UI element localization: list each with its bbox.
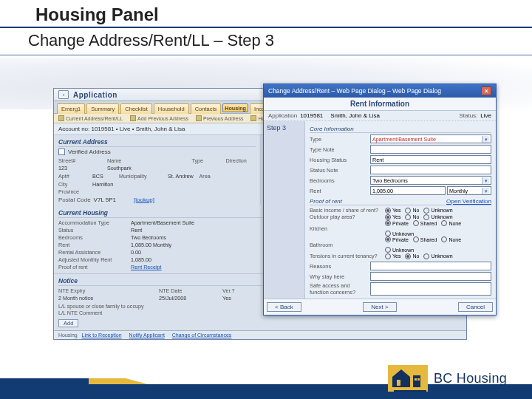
val-postal: V7L 5P1	[94, 197, 116, 203]
radio-option-label: Unknown	[431, 253, 452, 259]
field-rent-freq-select[interactable]: Monthly▾	[447, 186, 491, 195]
house-icon	[388, 365, 428, 392]
rent-information-dialog: Change Address/Rent – Web Page Dialog – …	[263, 83, 497, 316]
toolbar-icon	[58, 115, 64, 121]
field-typenote-input[interactable]	[370, 145, 491, 154]
field-hstat-value: Rent	[370, 155, 491, 164]
ch-label: Rental Assistance	[58, 249, 126, 256]
radio-option-label: Private	[392, 237, 409, 242]
radio-tenancy-yes[interactable]	[385, 253, 391, 259]
ch-label: Rent	[58, 242, 126, 248]
radio-bath-shared[interactable]	[413, 236, 419, 242]
field-statnote-input[interactable]	[370, 166, 491, 174]
meta-app-k: Application	[268, 112, 297, 119]
tab-summary[interactable]: Summary	[86, 103, 119, 114]
postal-lookup-link[interactable]: [lookup]	[134, 197, 154, 203]
field-type-select[interactable]: Apartment/Basement Suite▾	[370, 134, 491, 143]
radio-play-unknown[interactable]	[423, 214, 429, 220]
radio-bath-unknown[interactable]	[385, 247, 391, 253]
notice-r1: 2 Month notice	[58, 295, 154, 301]
link-change-circ[interactable]: Change of Circumstances	[172, 332, 232, 338]
radio-tenancy-unknown[interactable]	[423, 253, 429, 259]
toolbar-item[interactable]: Add Previous Address	[130, 115, 188, 121]
why-input[interactable]	[370, 272, 491, 281]
notice-k2: NTE Date	[159, 287, 218, 294]
field-bed-label: Bedrooms	[310, 177, 367, 184]
label-postal: Postal Code	[58, 197, 91, 203]
close-icon[interactable]: ✕	[481, 86, 491, 95]
dialog-title-text: Change Address/Rent – Web Page Dialog – …	[268, 87, 441, 95]
link-reception[interactable]: Link to Reception	[82, 332, 122, 338]
label-muni: Municipality	[119, 173, 165, 180]
radio-option-label: Shared	[420, 237, 437, 242]
notice-k3: Ver.?	[222, 287, 259, 294]
radio-option-label: Yes	[392, 208, 400, 213]
field-rent-input[interactable]: 1,085.00	[370, 186, 446, 195]
tab-emerg1[interactable]: Emerg1	[57, 103, 85, 114]
label-apt: Apt#	[58, 173, 89, 180]
radio-kitchen-shared[interactable]	[413, 220, 419, 226]
radio-option-label: No	[412, 208, 419, 213]
meta-status-k: Status:	[459, 112, 477, 119]
section-proof: Proof of rent	[310, 198, 342, 205]
ch-label: Accommodation Type	[58, 219, 126, 226]
toolbar-item[interactable]: Current Address/Rent/LL	[58, 115, 123, 121]
add-button[interactable]: Add	[58, 319, 78, 327]
radio-tenancy-no[interactable]	[405, 253, 411, 259]
cancel-button[interactable]: Cancel	[458, 302, 493, 312]
radio-kitchen-unknown[interactable]	[385, 231, 391, 236]
verified-address-checkbox[interactable]	[58, 149, 65, 155]
radio-basic-unknown[interactable]	[423, 208, 429, 214]
tab-housing[interactable]: Housing	[222, 103, 248, 112]
dialog-meta: Application1019581 Smith, John & Lisa St…	[264, 111, 496, 121]
reasons-input[interactable]	[370, 262, 491, 270]
radio-bath-private[interactable]	[385, 236, 391, 242]
field-hstat-label: Housing Status	[310, 157, 367, 163]
label-city: City	[58, 181, 89, 188]
radio-option-label: Unknown	[431, 214, 452, 219]
radio-play-yes[interactable]	[385, 214, 391, 220]
verified-address-label: Verified Address	[68, 149, 111, 155]
toolbar-item[interactable]: Previous Address	[196, 115, 243, 121]
radio-basic-no[interactable]	[405, 208, 411, 214]
val-muni: St. Andrew	[168, 173, 197, 180]
radio-bath-none[interactable]	[441, 236, 447, 242]
val-area	[226, 173, 256, 180]
radio-kitchen-private[interactable]	[385, 220, 391, 226]
radio-option-label: No	[412, 253, 419, 259]
chevron-down-icon: ▾	[482, 177, 489, 184]
field-typenote-label: Type Note	[310, 146, 367, 153]
val-apt: BCS	[92, 173, 116, 180]
dialog-titlebar: Change Address/Rent – Web Page Dialog – …	[264, 84, 496, 98]
dialog-heading: Rent Information	[264, 98, 496, 111]
label-streettype: Type	[192, 157, 223, 164]
val-streetname: Southpark	[107, 165, 189, 171]
tab-checklist[interactable]: Checklist	[120, 103, 151, 114]
tab-contacts[interactable]: Contacts	[191, 103, 222, 114]
title-underline	[0, 27, 532, 28]
open-verification-link[interactable]: Open Verification	[446, 198, 491, 205]
back-icon[interactable]: ‹	[58, 90, 69, 99]
ch-label: Adjusted Monthly Rent	[58, 256, 126, 263]
safe-textarea[interactable]	[370, 282, 491, 296]
svg-rect-2	[417, 378, 420, 381]
radio-kitchen-none[interactable]	[441, 220, 447, 226]
radio-option-label: Yes	[392, 214, 400, 219]
screenshot-region: ‹ Application ▢ ? Quick Menu Emerg1Summa…	[53, 88, 498, 340]
radio-option-label: Unknown	[392, 248, 414, 253]
next-button[interactable]: Next >	[363, 302, 396, 312]
ch-label: Proof of rent	[58, 264, 126, 270]
radio-option-label: Private	[392, 221, 409, 226]
radio-basic-yes[interactable]	[385, 208, 391, 214]
brand-text: BC Housing	[434, 371, 507, 386]
page-title: Housing Panel	[0, 0, 532, 27]
tab-household[interactable]: Household	[154, 103, 189, 114]
label-streetname: Name	[107, 157, 189, 164]
field-bed-select[interactable]: Two Bedrooms▾	[370, 176, 491, 185]
radio-play-no[interactable]	[405, 214, 411, 220]
back-button[interactable]: < Back	[267, 302, 301, 312]
dialog-step-panel: Step 3	[264, 121, 305, 299]
link-notify[interactable]: Notify Applicant	[129, 332, 165, 338]
ch-label: Bedrooms	[58, 234, 126, 241]
chevron-down-icon: ▾	[482, 136, 489, 143]
